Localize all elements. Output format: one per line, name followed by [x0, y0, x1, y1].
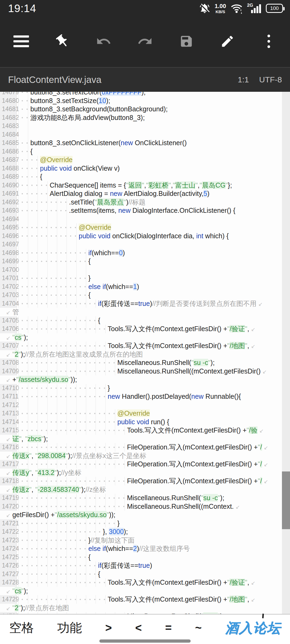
- code-line[interactable]: 14719Miscellaneous.RunShell("su -c");: [0, 494, 290, 502]
- code-line[interactable]: 14715Tools.写入文件(mContext.getFilesDir() +…: [0, 426, 290, 435]
- code-line[interactable]: 14679button8_3.setTextColor(0xFFFFFFFF);: [0, 92, 290, 97]
- scrollbar-track[interactable]: [282, 92, 290, 614]
- code-line[interactable]: 14716FileOperation.写入(mContext.getFilesD…: [0, 443, 290, 452]
- tilde-key[interactable]: ~: [195, 621, 202, 634]
- toolbar: [0, 16, 290, 67]
- code-line[interactable]: 14689{: [0, 173, 290, 181]
- code-line[interactable]: 14680button8_3.setTextSize(10);: [0, 97, 290, 105]
- code-line[interactable]: 14712: [0, 401, 290, 409]
- code-line[interactable]: 14711new Handler().postDelayed(new Runna…: [0, 392, 290, 401]
- code-text: [17, 401, 290, 409]
- scrollbar-thumb[interactable]: [282, 471, 290, 529]
- code-line[interactable]: 14704if(彩蛋传送==true)//判断是否要传送到景点所在图不用↙: [0, 299, 290, 308]
- code-line[interactable]: 14685button8_3.setOnClickListener(new On…: [0, 139, 290, 147]
- code-token: DialogInterface.OnClickListener() {: [130, 207, 235, 214]
- code-line[interactable]: 14691AlertDialog dialog = new AlertDialo…: [0, 189, 290, 198]
- code-line[interactable]: 14728Tools.写入文件(mContext.getFilesDir() +…: [0, 578, 290, 587]
- code-line[interactable]: 14723}//复制加这下面: [0, 536, 290, 545]
- code-token: -283.4583740: [38, 486, 79, 493]
- code-line-continuation[interactable]: ↙传送y", "413.2");//y坐标: [0, 469, 290, 477]
- code-line[interactable]: 14721}: [0, 519, 290, 528]
- code-line[interactable]: 14714public void run() {: [0, 418, 290, 426]
- code-line-continuation[interactable]: ↙证", "zbcs");: [0, 435, 290, 443]
- line-number: 14702: [0, 283, 17, 291]
- code-line[interactable]: 14692.setTitle("晨岛景点")//标题: [0, 198, 290, 207]
- code-line[interactable]: 14684: [0, 130, 290, 139]
- space-key[interactable]: 空格: [9, 620, 34, 636]
- code-token: Miscellaneous.RunShell((mContext.getFile…: [117, 367, 261, 375]
- line-number: 14724: [0, 544, 17, 553]
- code-text: .setTitle("晨岛景点")//标题: [17, 198, 290, 207]
- code-line[interactable]: 14681button8_3.setBackground(buttonBackg…: [0, 105, 290, 114]
- wrap-marker: ↙: [258, 428, 266, 434]
- code-line[interactable]: 14687@Override: [0, 156, 290, 164]
- code-line[interactable]: 14683: [0, 122, 290, 130]
- home-indicator[interactable]: [99, 639, 191, 643]
- code-line[interactable]: 14722}, 3000);: [0, 528, 290, 536]
- code-line-continuation[interactable]: ↙传送x", "298.0084");//景点坐标x这三个是坐标: [0, 452, 290, 460]
- code-line[interactable]: 14686{: [0, 147, 290, 156]
- undo-button[interactable]: [92, 29, 116, 53]
- code-line[interactable]: 14726if(彩蛋传送==true): [0, 561, 290, 570]
- network-speed: 1.00 KB/S: [215, 3, 226, 14]
- code-token: ": [21, 334, 24, 341]
- code-token: 富士山: [175, 181, 195, 189]
- function-key[interactable]: 功能: [57, 620, 82, 636]
- code-line[interactable]: 14729Tools.写入文件(mContext.getFilesDir() +…: [0, 595, 290, 604]
- code-line[interactable]: 14727{: [0, 570, 290, 579]
- code-line-continuation[interactable]: ↙"cs");: [0, 333, 290, 342]
- less-than-key[interactable]: <: [135, 621, 142, 634]
- code-line[interactable]: 14725{: [0, 553, 290, 562]
- menu-button[interactable]: [9, 29, 33, 53]
- code-line[interactable]: 14720Miscellaneous.RunShell((mContext.↙: [0, 502, 290, 511]
- code-line[interactable]: 14724else if(which==2)//这里改数组序号: [0, 544, 290, 553]
- code-line[interactable]: 14698if(which==0): [0, 249, 290, 257]
- code-line[interactable]: 14695@Override: [0, 223, 290, 232]
- code-line[interactable]: 14688public void onClick(View v): [0, 164, 290, 173]
- code-line[interactable]: 14707Tools.写入文件(mContext.getFilesDir() +…: [0, 342, 290, 350]
- code-line[interactable]: 14696public void onClick(DialogInterface…: [0, 232, 290, 240]
- code-line[interactable]: 14706Tools.写入文件(mContext.getFilesDir() +…: [0, 325, 290, 333]
- code-token: );: [21, 350, 25, 358]
- edit-button[interactable]: [215, 29, 240, 53]
- code-line[interactable]: 14730Miscellaneous.RunShell("su -c");: [0, 612, 290, 614]
- code-line[interactable]: 14701}: [0, 274, 290, 283]
- code-line[interactable]: 14699{: [0, 257, 290, 266]
- code-line-continuation[interactable]: ↙管: [0, 308, 290, 316]
- code-token: ,: [21, 435, 25, 442]
- code-line-continuation[interactable]: ↙"cs");: [0, 587, 290, 595]
- save-button[interactable]: [174, 29, 198, 53]
- code-line[interactable]: 14703{: [0, 291, 290, 299]
- code-line[interactable]: 14694: [0, 215, 290, 224]
- code-text: FileOperation.写入(mContext.getFilesDir() …: [17, 460, 290, 469]
- code-line[interactable]: 14708Miscellaneous.RunShell("su -c");: [0, 358, 290, 367]
- code-line[interactable]: 14690CharSequence[] items = {"返回","彩虹桥",…: [0, 181, 290, 190]
- code-line-continuation[interactable]: ↙"2");//景点所在地图: [0, 604, 290, 612]
- code-line[interactable]: 14717FileOperation.写入(mContext.getFilesD…: [0, 460, 290, 469]
- code-token: ): [150, 562, 152, 569]
- code-line[interactable]: 14710}: [0, 384, 290, 393]
- redo-button[interactable]: [133, 29, 157, 53]
- code-line[interactable]: 14713@Override: [0, 409, 290, 418]
- code-line[interactable]: 14705{: [0, 316, 290, 325]
- code-line-continuation[interactable]: ↙+"/assets/skydu.so"));: [0, 375, 290, 384]
- code-line[interactable]: 14682游戏功能8总布局.addView(button8_3);: [0, 114, 290, 122]
- code-line[interactable]: 14702else if(which==1): [0, 283, 290, 291]
- code-line[interactable]: 14700: [0, 266, 290, 274]
- code-line[interactable]: 14709Miscellaneous.RunShell((mContext.ge…: [0, 367, 290, 376]
- code-token: if: [88, 249, 92, 257]
- code-line[interactable]: 14697: [0, 240, 290, 249]
- equals-key[interactable]: =: [165, 621, 172, 634]
- code-editor[interactable]: 14679button8_3.setTextColor(0xFFFFFFFF);…: [0, 92, 290, 614]
- code-line-continuation[interactable]: ↙传送z", "-283.4583740");//z坐标: [0, 485, 290, 494]
- code-line[interactable]: 14693.setItems(items, new DialogInterfac…: [0, 206, 290, 215]
- code-text: }: [17, 519, 290, 528]
- line-number: 14722: [0, 528, 17, 536]
- greater-than-key[interactable]: >: [105, 621, 112, 634]
- code-line-continuation[interactable]: ↙getFilesDir() +"/assets/skydu.so"));: [0, 511, 290, 519]
- pin-button[interactable]: [50, 29, 75, 53]
- code-line-continuation[interactable]: ↙"2");//景点所在地图这里改成景点所在的地图: [0, 350, 290, 359]
- code-line[interactable]: 14718FileOperation.写入(mContext.getFilesD…: [0, 477, 290, 485]
- line-number: 14716: [0, 443, 17, 452]
- overflow-menu-button[interactable]: [257, 29, 281, 53]
